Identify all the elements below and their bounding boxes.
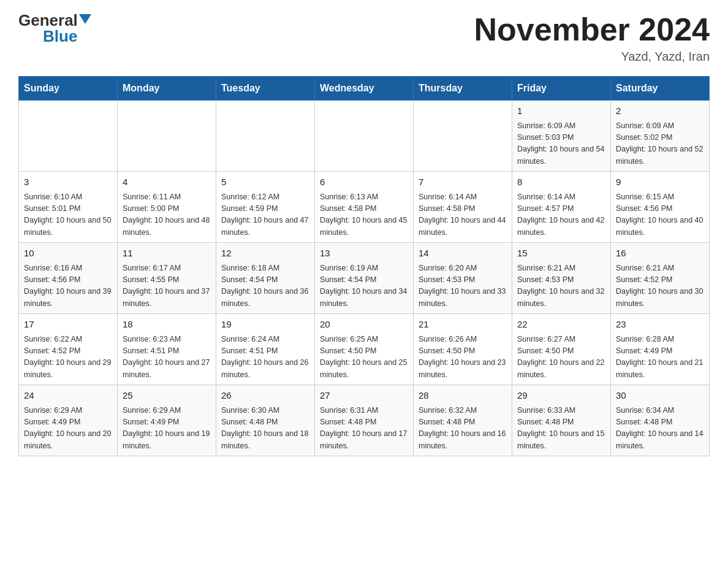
- calendar-cell: 21Sunrise: 6:26 AMSunset: 4:50 PMDayligh…: [414, 314, 512, 385]
- day-number: 27: [320, 389, 408, 403]
- day-number: 20: [320, 318, 408, 332]
- calendar-cell: [216, 101, 315, 172]
- day-number: 18: [123, 318, 211, 332]
- day-number: 5: [221, 175, 309, 190]
- day-number: 23: [616, 318, 704, 332]
- calendar-cell: 26Sunrise: 6:30 AMSunset: 4:48 PMDayligh…: [216, 385, 315, 456]
- logo-general-text: General: [18, 12, 78, 28]
- day-info: Sunrise: 6:30 AMSunset: 4:48 PMDaylight:…: [221, 405, 309, 453]
- weekday-header-thursday: Thursday: [414, 77, 512, 101]
- day-number: 9: [616, 175, 704, 190]
- day-number: 26: [221, 389, 309, 403]
- day-number: 17: [24, 318, 112, 332]
- day-info: Sunrise: 6:18 AMSunset: 4:54 PMDaylight:…: [221, 262, 309, 310]
- weekday-header-row: SundayMondayTuesdayWednesdayThursdayFrid…: [19, 77, 710, 101]
- week-row-3: 10Sunrise: 6:16 AMSunset: 4:56 PMDayligh…: [19, 243, 710, 314]
- week-row-1: 1Sunrise: 6:09 AMSunset: 5:03 PMDaylight…: [19, 101, 710, 172]
- calendar-cell: [315, 101, 414, 172]
- day-info: Sunrise: 6:29 AMSunset: 4:49 PMDaylight:…: [123, 405, 211, 453]
- calendar-cell: 3Sunrise: 6:10 AMSunset: 5:01 PMDaylight…: [19, 172, 118, 243]
- calendar-cell: 30Sunrise: 6:34 AMSunset: 4:48 PMDayligh…: [611, 385, 710, 456]
- weekday-header-wednesday: Wednesday: [315, 77, 414, 101]
- calendar-cell: 25Sunrise: 6:29 AMSunset: 4:49 PMDayligh…: [118, 385, 216, 456]
- calendar-table: SundayMondayTuesdayWednesdayThursdayFrid…: [18, 76, 710, 456]
- day-number: 15: [517, 247, 605, 261]
- calendar-cell: [414, 101, 512, 172]
- day-info: Sunrise: 6:19 AMSunset: 4:54 PMDaylight:…: [320, 262, 408, 310]
- logo-triangle-icon: [79, 14, 91, 24]
- calendar-cell: 6Sunrise: 6:13 AMSunset: 4:58 PMDaylight…: [315, 172, 414, 243]
- day-info: Sunrise: 6:31 AMSunset: 4:48 PMDaylight:…: [320, 405, 408, 453]
- day-number: 12: [221, 247, 309, 261]
- calendar-cell: 23Sunrise: 6:28 AMSunset: 4:49 PMDayligh…: [611, 314, 710, 385]
- day-number: 21: [419, 318, 507, 332]
- day-number: 29: [517, 389, 605, 403]
- week-row-4: 17Sunrise: 6:22 AMSunset: 4:52 PMDayligh…: [19, 314, 710, 385]
- day-info: Sunrise: 6:16 AMSunset: 4:56 PMDaylight:…: [24, 262, 112, 310]
- day-info: Sunrise: 6:25 AMSunset: 4:50 PMDaylight:…: [320, 334, 408, 381]
- day-info: Sunrise: 6:24 AMSunset: 4:51 PMDaylight:…: [221, 334, 309, 381]
- day-number: 19: [221, 318, 309, 332]
- calendar-cell: 12Sunrise: 6:18 AMSunset: 4:54 PMDayligh…: [216, 243, 315, 314]
- weekday-header-friday: Friday: [512, 77, 611, 101]
- day-info: Sunrise: 6:11 AMSunset: 5:00 PMDaylight:…: [123, 191, 211, 239]
- calendar-cell: 13Sunrise: 6:19 AMSunset: 4:54 PMDayligh…: [315, 243, 414, 314]
- calendar-cell: 27Sunrise: 6:31 AMSunset: 4:48 PMDayligh…: [315, 385, 414, 456]
- day-info: Sunrise: 6:10 AMSunset: 5:01 PMDaylight:…: [24, 191, 112, 239]
- day-number: 25: [123, 389, 211, 403]
- calendar-cell: 19Sunrise: 6:24 AMSunset: 4:51 PMDayligh…: [216, 314, 315, 385]
- calendar-cell: 4Sunrise: 6:11 AMSunset: 5:00 PMDaylight…: [118, 172, 216, 243]
- day-number: 8: [517, 175, 605, 190]
- day-number: 16: [616, 247, 704, 261]
- day-info: Sunrise: 6:21 AMSunset: 4:52 PMDaylight:…: [616, 262, 704, 310]
- calendar-cell: 1Sunrise: 6:09 AMSunset: 5:03 PMDaylight…: [512, 101, 611, 172]
- title-block: November 2024 Yazd, Yazd, Iran: [474, 12, 710, 64]
- day-info: Sunrise: 6:29 AMSunset: 4:49 PMDaylight:…: [24, 405, 112, 453]
- calendar-cell: 5Sunrise: 6:12 AMSunset: 4:59 PMDaylight…: [216, 172, 315, 243]
- day-number: 1: [517, 104, 605, 118]
- logo: General Blue: [18, 12, 91, 44]
- day-info: Sunrise: 6:22 AMSunset: 4:52 PMDaylight:…: [24, 334, 112, 381]
- day-number: 28: [419, 389, 507, 403]
- calendar-cell: 10Sunrise: 6:16 AMSunset: 4:56 PMDayligh…: [19, 243, 118, 314]
- day-number: 2: [616, 104, 704, 118]
- calendar-cell: 9Sunrise: 6:15 AMSunset: 4:56 PMDaylight…: [611, 172, 710, 243]
- week-row-2: 3Sunrise: 6:10 AMSunset: 5:01 PMDaylight…: [19, 172, 710, 243]
- day-number: 7: [419, 175, 507, 190]
- page-header: General Blue November 2024 Yazd, Yazd, I…: [18, 12, 710, 64]
- calendar-cell: 18Sunrise: 6:23 AMSunset: 4:51 PMDayligh…: [118, 314, 216, 385]
- day-info: Sunrise: 6:14 AMSunset: 4:57 PMDaylight:…: [517, 191, 605, 239]
- day-info: Sunrise: 6:13 AMSunset: 4:58 PMDaylight:…: [320, 191, 408, 239]
- day-number: 30: [616, 389, 704, 403]
- day-info: Sunrise: 6:23 AMSunset: 4:51 PMDaylight:…: [123, 334, 211, 381]
- calendar-cell: 15Sunrise: 6:21 AMSunset: 4:53 PMDayligh…: [512, 243, 611, 314]
- weekday-header-saturday: Saturday: [611, 77, 710, 101]
- day-info: Sunrise: 6:17 AMSunset: 4:55 PMDaylight:…: [123, 262, 211, 310]
- day-info: Sunrise: 6:26 AMSunset: 4:50 PMDaylight:…: [419, 334, 507, 381]
- day-number: 6: [320, 175, 408, 190]
- calendar-cell: 28Sunrise: 6:32 AMSunset: 4:48 PMDayligh…: [414, 385, 512, 456]
- calendar-cell: 22Sunrise: 6:27 AMSunset: 4:50 PMDayligh…: [512, 314, 611, 385]
- calendar-cell: 14Sunrise: 6:20 AMSunset: 4:53 PMDayligh…: [414, 243, 512, 314]
- day-info: Sunrise: 6:33 AMSunset: 4:48 PMDaylight:…: [517, 405, 605, 453]
- day-info: Sunrise: 6:15 AMSunset: 4:56 PMDaylight:…: [616, 191, 704, 239]
- calendar-cell: 7Sunrise: 6:14 AMSunset: 4:58 PMDaylight…: [414, 172, 512, 243]
- calendar-title: November 2024: [474, 12, 710, 47]
- day-info: Sunrise: 6:27 AMSunset: 4:50 PMDaylight:…: [517, 334, 605, 381]
- day-number: 24: [24, 389, 112, 403]
- day-number: 3: [24, 175, 112, 190]
- day-info: Sunrise: 6:20 AMSunset: 4:53 PMDaylight:…: [419, 262, 507, 310]
- day-info: Sunrise: 6:28 AMSunset: 4:49 PMDaylight:…: [616, 334, 704, 381]
- logo-blue-text: Blue: [43, 28, 77, 44]
- calendar-cell: [118, 101, 216, 172]
- calendar-cell: 2Sunrise: 6:09 AMSunset: 5:02 PMDaylight…: [611, 101, 710, 172]
- calendar-cell: 29Sunrise: 6:33 AMSunset: 4:48 PMDayligh…: [512, 385, 611, 456]
- calendar-cell: 17Sunrise: 6:22 AMSunset: 4:52 PMDayligh…: [19, 314, 118, 385]
- day-info: Sunrise: 6:09 AMSunset: 5:02 PMDaylight:…: [616, 120, 704, 168]
- calendar-cell: 8Sunrise: 6:14 AMSunset: 4:57 PMDaylight…: [512, 172, 611, 243]
- day-number: 10: [24, 247, 112, 261]
- day-info: Sunrise: 6:14 AMSunset: 4:58 PMDaylight:…: [419, 191, 507, 239]
- calendar-cell: [19, 101, 118, 172]
- weekday-header-tuesday: Tuesday: [216, 77, 315, 101]
- day-number: 13: [320, 247, 408, 261]
